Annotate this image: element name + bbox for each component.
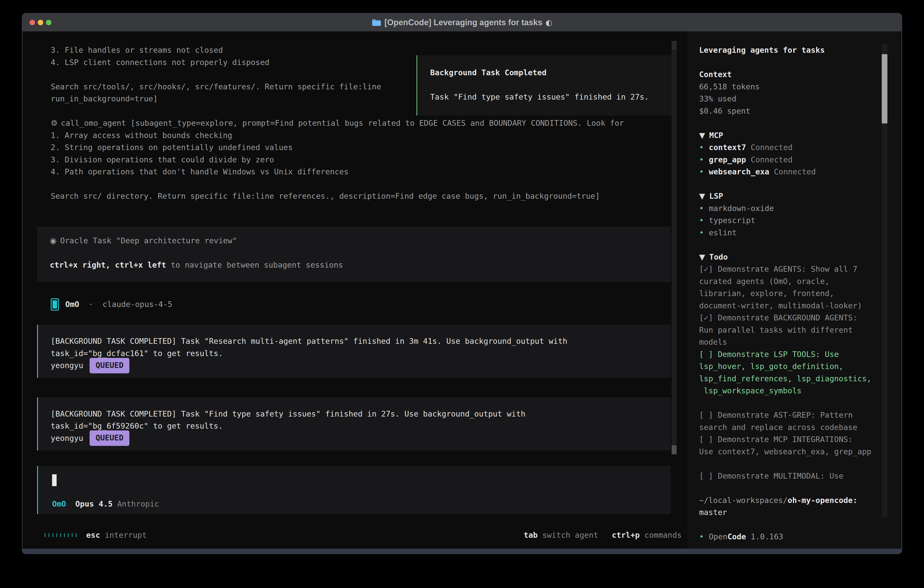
status-dot-icon: •: [699, 155, 704, 164]
terminal-line: 3. File handles or streams not closed: [51, 44, 687, 56]
background-task-notification: Background Task Completed Task "Find typ…: [416, 55, 676, 116]
folder-icon: [372, 18, 381, 26]
gear-icon: ⚙: [51, 119, 58, 127]
mcp-item: •grep_app Connected: [699, 154, 901, 166]
zoom-window-button[interactable]: [46, 20, 51, 25]
todo-item-line: librarian, explore, frontend,: [699, 287, 901, 300]
todo-item-line: models: [699, 336, 901, 349]
notification-title: Background Task Completed: [430, 67, 675, 79]
agent-separator: ·: [79, 298, 102, 311]
conversation-scrollbar[interactable]: [672, 41, 676, 454]
todo-item-line: lsp_find_references, lsp_diagnostics,: [699, 373, 901, 385]
terminal-main-pane: 3. File handles or streams not closed 4.…: [23, 31, 687, 549]
session-state-icon: ◐: [545, 18, 552, 27]
status-dot-icon: •: [699, 228, 704, 237]
tool-call-line: ⚙call_omo_agent [subagent_type=explore, …: [51, 117, 687, 129]
traffic-lights: [30, 20, 51, 25]
todo-item-line: [ ] Demonstrate AST-GREP: Pattern: [699, 409, 901, 421]
close-window-button[interactable]: [30, 20, 35, 25]
context-spent: $0.46 spent: [699, 105, 901, 117]
oracle-task-icon: ◉: [50, 236, 57, 245]
input-model-name: Opus 4.5: [66, 499, 117, 509]
session-sidebar: Leveraging agents for tasks Context 66,5…: [687, 31, 901, 549]
agent-model: claude-opus-4-5: [102, 298, 172, 311]
scrollbar-thumb-top[interactable]: [672, 41, 676, 50]
mcp-item: •websearch_exa Connected: [699, 166, 901, 178]
blank-line: [430, 79, 675, 91]
tab-key-label: switch agent: [538, 530, 598, 540]
lsp-item: •markdown-oxide: [699, 202, 901, 215]
titlebar: [OpenCode] Leveraging agents for tasks ◐: [23, 14, 901, 31]
status-dot-icon: •: [699, 216, 704, 225]
opencode-version: •OpenCode 1.0.163: [699, 531, 901, 543]
blank-line: [699, 397, 901, 409]
scrollbar-thumb[interactable]: [672, 445, 676, 454]
blank-line: [699, 239, 901, 251]
window-bottom-frame: [23, 549, 901, 553]
background-task-message: [BACKGROUND TASK COMPLETED] Task "Find t…: [37, 398, 671, 451]
terminal-line: 1. Array access without bounds checking: [51, 129, 687, 142]
minimize-window-button[interactable]: [38, 20, 43, 25]
message-text: task_id="bg_6f59260c" to get results.: [51, 420, 658, 432]
todo-item-line: Run parallel tasks with different: [699, 324, 901, 336]
todo-item-line: Use context7, websearch_exa, grep_app: [699, 446, 901, 458]
status-dot-icon: •: [699, 167, 704, 176]
context-heading: Context: [699, 68, 901, 81]
sidebar-scrollbar[interactable]: [882, 44, 888, 517]
todo-item-line: [✓] Demonstrate AGENTS: Show all 7: [699, 263, 901, 275]
message-text: [BACKGROUND TASK COMPLETED] Task "Find t…: [51, 408, 658, 420]
todo-item-line: [ ] Demonstrate MCP INTEGRATIONS:: [699, 433, 901, 446]
mcp-item: •context7 Connected: [699, 141, 901, 154]
message-author: yeongyu: [51, 432, 83, 444]
mcp-section-header[interactable]: ▼MCP: [699, 129, 901, 142]
blank-line: [699, 519, 901, 531]
omo-agent-icon: [51, 298, 59, 311]
blank-line: [50, 247, 658, 259]
status-dot-icon: •: [699, 143, 704, 152]
terminal-line: 2. String operations on potentially unde…: [51, 141, 687, 154]
todo-item-line: lsp_hover, lsp_goto_definition,: [699, 360, 901, 373]
blank-line: [699, 56, 901, 69]
lsp-item: •typescript: [699, 215, 901, 227]
lsp-section-header[interactable]: ▼LSP: [699, 190, 901, 202]
message-footer: yeongyu QUEUED: [51, 432, 658, 444]
message-author: yeongyu: [51, 360, 83, 372]
status-bar: esc interrupt tab switch agent ctrl+p co…: [45, 529, 681, 541]
oracle-task-title: Oracle Task "Deep architecture review": [60, 236, 237, 245]
chevron-down-icon: ▼: [699, 131, 705, 140]
message-footer: yeongyu QUEUED: [51, 360, 658, 372]
status-dot-icon: •: [699, 204, 704, 213]
todo-item-line: [✓] Demonstrate BACKGROUND AGENTS:: [699, 312, 901, 324]
context-tokens: 66,518 tokens: [699, 81, 901, 93]
lsp-item: •eslint: [699, 227, 901, 239]
todo-item-line: curated agents (OmO, oracle,: [699, 275, 901, 287]
window-title: [OpenCode] Leveraging agents for tasks: [384, 18, 542, 27]
oracle-task-panel: ◉Oracle Task "Deep architecture review" …: [37, 226, 671, 282]
blank-line: [699, 117, 901, 129]
terminal-line: 4. Path operations that don't handle Win…: [51, 166, 687, 178]
todo-section-header[interactable]: ▼Todo: [699, 251, 901, 263]
notification-body: Task "Find type safety issues" finished …: [430, 91, 675, 103]
queued-status-badge: QUEUED: [89, 358, 129, 373]
message-text: [BACKGROUND TASK COMPLETED] Task "Resear…: [51, 335, 658, 347]
subagent-nav-hint: ctrl+x right, ctrl+x left to navigate be…: [50, 259, 658, 271]
todo-item-line: [ ] Demonstrate LSP TOOLS: Use: [699, 349, 901, 361]
status-dot-icon: •: [699, 532, 704, 541]
ctrlp-key-hint: ctrl+p: [612, 530, 640, 540]
agent-name: OmO: [65, 298, 79, 311]
session-title: Leveraging agents for tasks: [699, 44, 901, 56]
agent-header: OmO · claude-opus-4-5: [51, 298, 687, 311]
ctrlp-key-label: commands: [640, 530, 681, 540]
todo-item-line: document-writer, multimodal-looker): [699, 300, 901, 312]
todo-item-line: lsp_workspace_symbols: [699, 385, 901, 397]
prompt-input[interactable]: OmO Opus 4.5 Anthropic: [37, 466, 671, 514]
sidebar-scrollbar-thumb[interactable]: [882, 54, 888, 124]
todo-item-line: search and replace across codebase: [699, 421, 901, 434]
esc-key-hint: esc: [86, 530, 100, 540]
todo-item-line: [ ] Demonstrate MULTIMODAL: Use: [699, 470, 901, 482]
message-text: task_id="bg_dcfac161" to get results.: [51, 347, 658, 360]
esc-key-label: interrupt: [100, 530, 147, 540]
input-footer: OmO Opus 4.5 Anthropic: [52, 498, 159, 510]
input-provider-name: Anthropic: [117, 499, 159, 509]
text-cursor: [52, 474, 57, 486]
